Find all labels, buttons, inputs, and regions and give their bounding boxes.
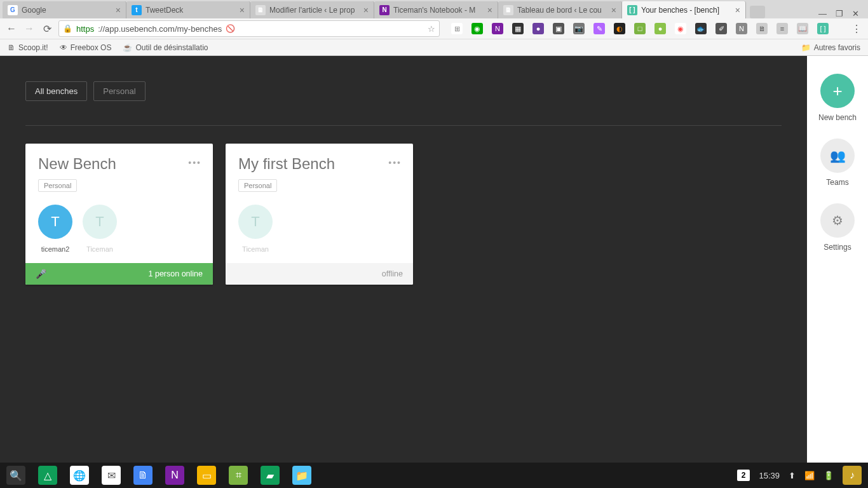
rail-teams[interactable]: 👥Teams xyxy=(820,139,855,187)
taskbar-app[interactable]: 🔍 xyxy=(6,466,25,485)
minimize-button[interactable]: ― xyxy=(818,9,827,18)
bookmark-star-icon[interactable]: ☆ xyxy=(428,24,435,34)
reload-button[interactable]: ⟳ xyxy=(41,23,53,35)
bookmark-label: Scoop.it! xyxy=(18,43,48,52)
extension-icon[interactable]: ▣ xyxy=(553,23,564,34)
extension-icon[interactable]: ● xyxy=(532,23,544,34)
tab-title: Ticeman's Notebook - M xyxy=(393,6,485,15)
member-name: ticeman2 xyxy=(38,245,72,253)
wifi-icon[interactable]: 📶 xyxy=(804,471,815,480)
battery-icon[interactable]: 🔋 xyxy=(824,471,834,480)
extension-icon[interactable]: ● xyxy=(654,23,666,34)
card-footer-online: 🎤1 person online xyxy=(25,263,213,285)
browser-tab[interactable]: 🗎Modifier l'article ‹ Le prop× xyxy=(250,1,374,18)
bench-card[interactable]: New BenchPersonal•••Tticeman2TTiceman🎤1 … xyxy=(25,144,213,285)
site-block-icon[interactable]: 🚫 xyxy=(226,24,235,33)
extension-icon[interactable]: N xyxy=(736,23,747,34)
bookmark-item[interactable]: ☕Outil de désinstallatio xyxy=(123,43,208,52)
members: Tticeman2TTiceman xyxy=(25,197,213,263)
close-icon[interactable]: × xyxy=(487,5,492,15)
offline-text: offline xyxy=(382,269,403,278)
taskbar-app[interactable]: ⌗ xyxy=(229,466,248,485)
bookmark-item[interactable]: 🗎Scoop.it! xyxy=(8,43,48,52)
card-menu-icon[interactable]: ••• xyxy=(388,158,402,168)
maximize-button[interactable]: ❐ xyxy=(836,9,843,18)
avatar: T xyxy=(83,205,117,239)
address-bar[interactable]: 🔒 https://app.usebench.com/my-benches 🚫 … xyxy=(58,20,440,37)
extension-icon[interactable]: 🗎 xyxy=(756,23,768,34)
rail-icon: ⚙ xyxy=(820,203,855,238)
tab-favicon: 🗎 xyxy=(255,5,266,15)
extension-icon[interactable]: 📷 xyxy=(573,23,585,34)
member: TTiceman xyxy=(83,205,117,253)
extension-icon[interactable]: □ xyxy=(634,23,646,34)
extension-icon[interactable]: ≡ xyxy=(776,23,788,34)
tab-title: Tableau de bord ‹ Le cou xyxy=(517,6,609,15)
rail-new-bench[interactable]: +New bench xyxy=(818,74,857,122)
tab-title: Modifier l'article ‹ Le prop xyxy=(269,6,361,15)
browser-tab[interactable]: NTiceman's Notebook - M× xyxy=(374,1,498,18)
tab-favicon: N xyxy=(379,5,390,15)
avatar: T xyxy=(238,205,273,239)
rail-label: New bench xyxy=(818,113,857,122)
system-tray: 2 15:39 ⬆ 📶 🔋 ♪ xyxy=(737,466,862,485)
close-icon[interactable]: × xyxy=(735,5,740,15)
url-scheme: https xyxy=(76,24,94,34)
close-icon[interactable]: × xyxy=(240,5,245,15)
menu-button[interactable]: ⋮ xyxy=(850,23,863,35)
extension-icon[interactable]: ◐ xyxy=(614,23,625,34)
tab-strip: GGoogle×tTweetDeck×🗎Modifier l'article ‹… xyxy=(0,0,868,18)
browser-toolbar: ← → ⟳ 🔒 https://app.usebench.com/my-benc… xyxy=(0,18,868,39)
bench-card[interactable]: My first BenchPersonal•••TTicemanoffline xyxy=(226,144,413,285)
clock: 15:39 xyxy=(759,471,780,480)
extension-icon[interactable]: ▦ xyxy=(512,23,524,34)
taskbar-app[interactable]: 📁 xyxy=(292,466,311,485)
notification-badge[interactable]: 2 xyxy=(737,470,750,481)
tray-icon[interactable]: ⬆ xyxy=(789,471,796,480)
bookmark-label: Outil de désinstallatio xyxy=(135,43,208,52)
browser-tab[interactable]: tTweetDeck× xyxy=(126,1,250,18)
extension-icon[interactable]: ◉ xyxy=(675,23,686,34)
filter-all-benches[interactable]: All benches xyxy=(25,81,87,101)
taskbar-app[interactable]: ✉ xyxy=(102,466,121,485)
rail-icon: 👥 xyxy=(820,139,855,173)
tray-app-icon[interactable]: ♪ xyxy=(843,466,862,485)
forward-button[interactable]: → xyxy=(23,23,36,34)
close-window-button[interactable]: ✕ xyxy=(852,9,859,18)
taskbar-app[interactable]: ▰ xyxy=(261,466,280,485)
new-tab-button[interactable] xyxy=(750,6,765,18)
close-icon[interactable]: × xyxy=(116,5,121,15)
extension-icon[interactable]: [ ] xyxy=(817,23,829,34)
member: Tticeman2 xyxy=(38,205,72,253)
rail-settings[interactable]: ⚙Settings xyxy=(820,203,855,252)
mic-icon: 🎤 xyxy=(36,269,46,279)
extension-icon[interactable]: 📖 xyxy=(797,23,808,34)
filter-personal[interactable]: Personal xyxy=(93,81,145,101)
extension-icon[interactable]: N xyxy=(492,23,503,34)
extension-icon[interactable]: ◉ xyxy=(471,23,483,34)
taskbar-app[interactable]: △ xyxy=(38,466,57,485)
url-rest: ://app.usebench.com/my-benches xyxy=(98,24,222,34)
back-button[interactable]: ← xyxy=(5,23,18,34)
close-icon[interactable]: × xyxy=(363,5,369,15)
member-name: Ticeman xyxy=(238,245,273,253)
extension-icon[interactable]: ✐ xyxy=(715,23,727,34)
taskbar-app[interactable]: N xyxy=(165,466,184,485)
browser-tab[interactable]: GGoogle× xyxy=(3,1,126,18)
extension-icon[interactable]: ⊞ xyxy=(451,23,463,34)
os-taskbar: 🔍△🌐✉🗎N▭⌗▰📁 2 15:39 ⬆ 📶 🔋 ♪ xyxy=(0,463,868,488)
taskbar-app[interactable]: 🗎 xyxy=(133,466,153,485)
folder-icon: 📁 xyxy=(801,43,811,52)
lock-icon: 🔒 xyxy=(63,24,72,33)
close-icon[interactable]: × xyxy=(611,5,616,15)
extension-icon[interactable]: ✎ xyxy=(593,23,605,34)
other-bookmarks[interactable]: 📁Autres favoris xyxy=(801,43,860,52)
extension-icon[interactable]: 🐟 xyxy=(695,23,707,34)
browser-tab[interactable]: 🗎Tableau de bord ‹ Le cou× xyxy=(498,1,622,18)
taskbar-app[interactable]: 🌐 xyxy=(70,466,89,485)
bookmark-item[interactable]: 👁Freebox OS xyxy=(60,43,112,52)
browser-tab[interactable]: [ ]Your benches - [bench]× xyxy=(622,1,746,18)
taskbar-app[interactable]: ▭ xyxy=(197,466,216,485)
member: TTiceman xyxy=(238,205,273,253)
card-menu-icon[interactable]: ••• xyxy=(188,158,201,168)
